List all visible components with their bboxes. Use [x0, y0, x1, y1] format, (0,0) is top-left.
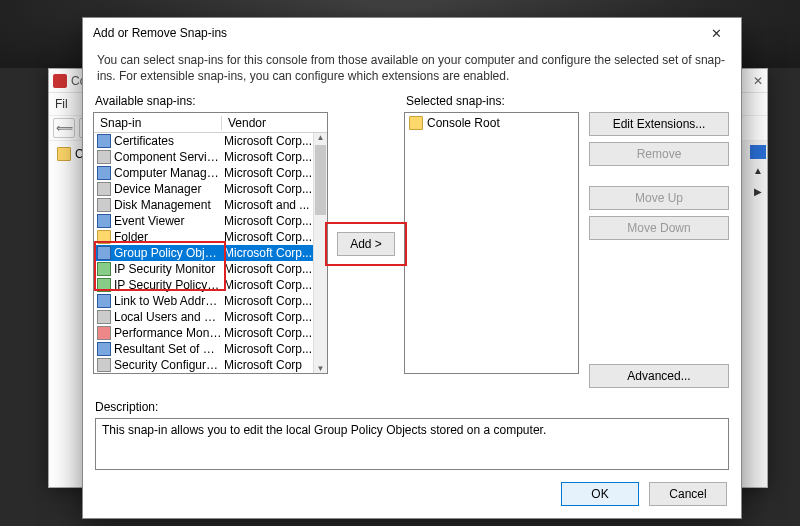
snapin-vendor: Microsoft Corp...	[222, 278, 313, 292]
ok-button[interactable]: OK	[561, 482, 639, 506]
snapin-vendor: Microsoft and ...	[222, 198, 313, 212]
add-remove-snapins-dialog: Add or Remove Snap-ins ✕ You can select …	[82, 17, 742, 519]
available-snapins-list[interactable]: Snap-in Vendor CertificatesMicrosoft Cor…	[93, 112, 328, 374]
chevron-right-icon[interactable]: ▶	[754, 186, 762, 197]
close-icon[interactable]: ✕	[701, 26, 731, 41]
snapin-icon	[96, 166, 112, 180]
snapin-vendor: Microsoft Corp...	[222, 150, 313, 164]
snapin-vendor: Microsoft Corp...	[222, 246, 313, 260]
snapin-vendor: Microsoft Corp...	[222, 134, 313, 148]
snapin-name: Performance Monitor	[112, 326, 222, 340]
snapin-vendor: Microsoft Corp...	[222, 342, 313, 356]
move-up-button: Move Up	[589, 186, 729, 210]
snapin-row[interactable]: Security ConfiguratioMicrosoft Corp	[94, 357, 313, 373]
remove-button: Remove	[589, 142, 729, 166]
snapin-icon	[96, 262, 112, 276]
snapin-name: Event Viewer	[112, 214, 222, 228]
scrollbar-thumb[interactable]	[315, 145, 326, 215]
snapin-row[interactable]: IP Security Policy Ma...Microsoft Corp..…	[94, 277, 313, 293]
snapin-vendor: Microsoft Corp...	[222, 294, 313, 308]
header-vendor[interactable]: Vendor	[222, 116, 327, 130]
snapin-vendor: Microsoft Corp...	[222, 326, 313, 340]
snapin-name: Link to Web Address	[112, 294, 222, 308]
chevron-up-icon[interactable]: ▲	[753, 165, 763, 176]
description-label: Description:	[95, 400, 729, 414]
edit-extensions-button[interactable]: Edit Extensions...	[589, 112, 729, 136]
header-snapin[interactable]: Snap-in	[94, 116, 222, 130]
snapin-icon	[96, 198, 112, 212]
add-button[interactable]: Add >	[337, 232, 395, 256]
snapin-row[interactable]: Device ManagerMicrosoft Corp...	[94, 181, 313, 197]
snapin-name: Resultant Set of Policy	[112, 342, 222, 356]
snapin-name: Local Users and Gro...	[112, 310, 222, 324]
snapin-vendor: Microsoft Corp...	[222, 262, 313, 276]
selected-snapins-list[interactable]: Console Root	[404, 112, 579, 374]
description-text: This snap-in allows you to edit the loca…	[102, 423, 546, 437]
snapin-row[interactable]: Link to Web AddressMicrosoft Corp...	[94, 293, 313, 309]
mmc-close-icon[interactable]: ✕	[753, 74, 763, 88]
move-down-button: Move Down	[589, 216, 729, 240]
snapin-icon	[96, 326, 112, 340]
snapin-vendor: Microsoft Corp...	[222, 182, 313, 196]
snapin-row[interactable]: Resultant Set of PolicyMicrosoft Corp...	[94, 341, 313, 357]
snapin-row[interactable]: Local Users and Gro...Microsoft Corp...	[94, 309, 313, 325]
dialog-title: Add or Remove Snap-ins	[93, 26, 701, 40]
list-scrollbar[interactable]	[313, 133, 327, 373]
snapin-row[interactable]: Disk ManagementMicrosoft and ...	[94, 197, 313, 213]
snapin-name: Group Policy Object ...	[112, 246, 222, 260]
snapin-vendor: Microsoft Corp...	[222, 214, 313, 228]
available-list-header[interactable]: Snap-in Vendor	[94, 113, 327, 133]
snapin-icon	[96, 358, 112, 372]
snapin-name: Device Manager	[112, 182, 222, 196]
available-label: Available snap-ins:	[93, 92, 328, 112]
snapin-row[interactable]: IP Security MonitorMicrosoft Corp...	[94, 261, 313, 277]
snapin-icon	[96, 310, 112, 324]
snapin-icon	[96, 294, 112, 308]
folder-icon	[57, 147, 71, 161]
description-box: This snap-in allows you to edit the loca…	[95, 418, 729, 470]
snapin-name: Folder	[112, 230, 222, 244]
snapin-icon	[96, 182, 112, 196]
spacer-label	[579, 92, 729, 112]
snapin-icon	[96, 278, 112, 292]
snapin-row[interactable]: Group Policy Object ...Microsoft Corp...	[94, 245, 313, 261]
selected-label: Selected snap-ins:	[404, 92, 579, 112]
actions-collapse-icon[interactable]	[750, 145, 766, 159]
dialog-description: You can select snap-ins for this console…	[83, 48, 741, 92]
selected-root-item[interactable]: Console Root	[407, 115, 576, 131]
selected-root-label: Console Root	[427, 116, 500, 130]
snapin-row[interactable]: Computer Managem...Microsoft Corp...	[94, 165, 313, 181]
cancel-button[interactable]: Cancel	[649, 482, 727, 506]
snapin-row[interactable]: Event ViewerMicrosoft Corp...	[94, 213, 313, 229]
snapin-icon	[96, 150, 112, 164]
snapin-row[interactable]: Performance MonitorMicrosoft Corp...	[94, 325, 313, 341]
snapin-name: IP Security Policy Ma...	[112, 278, 222, 292]
snapin-icon	[96, 342, 112, 356]
toolbar-back-icon[interactable]: ⟸	[53, 118, 75, 138]
snapin-row[interactable]: FolderMicrosoft Corp...	[94, 229, 313, 245]
snapin-icon	[96, 246, 112, 260]
snapin-name: IP Security Monitor	[112, 262, 222, 276]
snapin-name: Security Configuratio	[112, 358, 222, 372]
snapin-vendor: Microsoft Corp...	[222, 310, 313, 324]
snapin-name: Certificates	[112, 134, 222, 148]
snapin-row[interactable]: Component ServicesMicrosoft Corp...	[94, 149, 313, 165]
mmc-app-icon	[53, 74, 67, 88]
menu-file[interactable]: Fil	[55, 97, 68, 111]
dialog-titlebar: Add or Remove Snap-ins ✕	[83, 18, 741, 48]
snapin-row[interactable]: CertificatesMicrosoft Corp...	[94, 133, 313, 149]
snapin-name: Computer Managem...	[112, 166, 222, 180]
snapin-icon	[96, 230, 112, 244]
snapin-name: Component Services	[112, 150, 222, 164]
snapin-icon	[96, 214, 112, 228]
snapin-name: Disk Management	[112, 198, 222, 212]
snapin-vendor: Microsoft Corp	[222, 358, 313, 372]
snapin-vendor: Microsoft Corp...	[222, 166, 313, 180]
folder-icon	[409, 116, 423, 130]
advanced-button[interactable]: Advanced...	[589, 364, 729, 388]
snapin-icon	[96, 134, 112, 148]
snapin-vendor: Microsoft Corp...	[222, 230, 313, 244]
